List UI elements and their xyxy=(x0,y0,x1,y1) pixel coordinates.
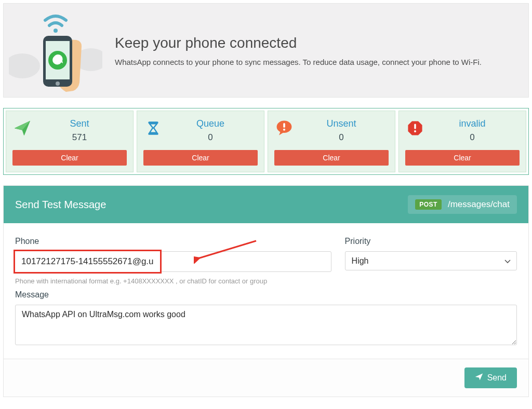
http-method-badge: POST xyxy=(415,199,442,210)
paper-plane-icon xyxy=(475,373,483,383)
clear-button-queue[interactable]: Clear xyxy=(143,150,258,166)
banner-title: Keep your phone connected xyxy=(115,35,482,51)
send-test-message-panel: Send Test Message POST /messages/chat Ph… xyxy=(3,185,529,397)
connection-banner: Keep your phone connected WhatsApp conne… xyxy=(3,3,529,98)
stat-title: Unsent xyxy=(294,118,389,129)
panel-footer: Send xyxy=(4,359,528,397)
clear-button-invalid[interactable]: Clear xyxy=(405,150,520,166)
stat-value: 0 xyxy=(163,132,258,143)
stat-card-sent: Sent 571 Clear xyxy=(6,111,134,172)
paper-plane-icon xyxy=(12,118,32,138)
message-textarea[interactable]: WhatsApp API on UltraMsg.com works good xyxy=(15,305,517,345)
phone-input[interactable] xyxy=(15,252,160,271)
send-button[interactable]: Send xyxy=(464,367,517,388)
clear-button-sent[interactable]: Clear xyxy=(12,150,127,166)
phone-highlight-box xyxy=(14,250,162,274)
phone-input-wrap xyxy=(15,251,331,272)
message-label: Message xyxy=(15,290,517,299)
clear-button-unsent[interactable]: Clear xyxy=(274,150,389,166)
panel-title: Send Test Message xyxy=(15,199,106,211)
stop-alert-icon xyxy=(405,118,425,138)
stat-value: 0 xyxy=(294,132,389,143)
priority-select[interactable]: High xyxy=(345,251,517,270)
alert-bubble-icon xyxy=(274,118,294,138)
svg-point-14 xyxy=(414,130,416,132)
stat-card-queue: Queue 0 Clear xyxy=(137,111,264,172)
phone-label: Phone xyxy=(15,237,331,246)
stat-title: Sent xyxy=(32,118,127,129)
panel-body: Phone Priority High xyxy=(4,223,528,359)
stat-title: Queue xyxy=(163,118,258,129)
stat-value: 0 xyxy=(425,132,520,143)
priority-label: Priority xyxy=(345,237,517,246)
svg-rect-10 xyxy=(283,123,285,128)
phone-help-text: Phone with international format e.g. +14… xyxy=(15,277,517,285)
banner-subtitle: WhatsApp connects to your phone to sync … xyxy=(115,58,482,66)
hourglass-icon xyxy=(143,118,163,138)
svg-rect-13 xyxy=(414,124,416,129)
stat-value: 571 xyxy=(32,132,127,143)
endpoint-path: /messages/chat xyxy=(448,199,510,210)
svg-point-1 xyxy=(9,53,40,78)
svg-point-6 xyxy=(56,81,60,86)
phone-illustration xyxy=(9,9,102,92)
svg-point-11 xyxy=(283,129,285,131)
stat-card-unsent: Unsent 0 Clear xyxy=(268,111,395,172)
panel-header: Send Test Message POST /messages/chat xyxy=(4,186,528,223)
stat-title: invalid xyxy=(425,118,520,129)
endpoint-badge: POST /messages/chat xyxy=(408,195,517,214)
stats-row: Sent 571 Clear Queue 0 Clear Unsent 0 xyxy=(3,108,529,175)
svg-point-0 xyxy=(54,29,58,33)
banner-text: Keep your phone connected WhatsApp conne… xyxy=(115,35,482,66)
send-button-label: Send xyxy=(487,373,507,383)
stat-card-invalid: invalid 0 Clear xyxy=(398,111,526,172)
